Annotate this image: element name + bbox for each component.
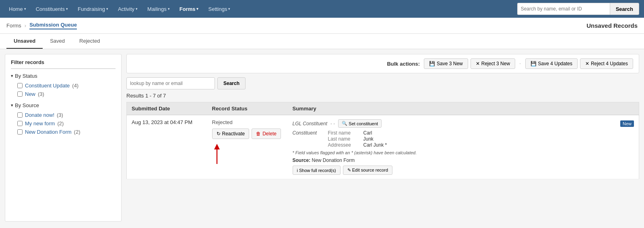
filter-status-arrow: ▾ [11, 73, 13, 79]
filter-title: Filter records [11, 59, 116, 69]
tabs-bar: Unsaved Saved Rejected [0, 34, 644, 49]
filter-item-constituent-update: Constituent Update (4) [11, 81, 116, 90]
field-row-firstname: First name Carl [328, 130, 387, 136]
nav-settings-chevron: ▾ [228, 7, 230, 11]
nav-constituents[interactable]: Constituents ▾ [32, 4, 72, 15]
top-search-input[interactable] [517, 3, 610, 15]
edit-source-record-button[interactable]: ✎ Edit source record [343, 166, 392, 175]
bottom-actions: i Show full record(s) ✎ Edit source reco… [293, 166, 634, 175]
nav-fundraising-label: Fundraising [78, 6, 105, 12]
nav-forms[interactable]: Forms ▾ [175, 4, 203, 15]
tab-rejected[interactable]: Rejected [72, 34, 107, 49]
filter-link-donate-now[interactable]: Donate now! [25, 112, 54, 118]
field-value-lastname: Junk [363, 136, 374, 142]
nav-mailings-label: Mailings [147, 6, 167, 12]
filter-link-new-donation-form[interactable]: New Donation Form [25, 129, 72, 135]
tab-saved[interactable]: Saved [43, 34, 72, 49]
nav-fundraising-chevron: ▾ [106, 7, 108, 11]
reactivate-icon: ↻ [217, 131, 221, 137]
nav-activity[interactable]: Activity ▾ [114, 4, 142, 15]
save-4-updates-button[interactable]: 💾 Save 4 Updates [525, 58, 578, 69]
breadcrumb-current[interactable]: Submission Queue [29, 22, 77, 29]
nav-constituents-chevron: ▾ [66, 7, 68, 11]
filter-link-my-new-form[interactable]: My new form [25, 120, 55, 126]
show-full-record-button[interactable]: i Show full record(s) [293, 166, 341, 175]
nav-settings[interactable]: Settings ▾ [204, 4, 234, 15]
lgl-dashes: - - [330, 121, 335, 126]
lookup-bar: Search [126, 77, 639, 89]
breadcrumb-left: Forms › Submission Queue [6, 22, 77, 29]
filter-link-new[interactable]: New [25, 91, 35, 97]
filter-by-source-header[interactable]: ▾ By Source [11, 102, 116, 108]
delete-label: Delete [262, 131, 277, 137]
nav-home[interactable]: Home ▾ [5, 4, 30, 15]
status-actions: ↻ Reactivate 🗑 Delete [212, 129, 283, 166]
save-4-updates-label: Save 4 Updates [538, 61, 572, 66]
filter-count-new: (3) [38, 91, 44, 97]
nav-activity-label: Activity [118, 6, 134, 12]
nav-mailings-chevron: ▾ [168, 7, 170, 11]
status-cell-content: Rejected ↻ Reactivate 🗑 Delete [212, 119, 283, 166]
field-row-lastname: Last name Junk [328, 136, 387, 142]
source-row: Source: New Donation Form [293, 158, 634, 163]
svg-marker-1 [214, 144, 220, 149]
breadcrumb-parent[interactable]: Forms [6, 23, 21, 29]
reactivate-button[interactable]: ↻ Reactivate [212, 129, 250, 139]
status-actions-row: ↻ Reactivate 🗑 Delete [212, 129, 281, 139]
summary-cell-content: LGL Constituent - - 🔍 Set constituent Ne… [293, 119, 634, 175]
red-arrow-svg [212, 144, 222, 164]
summary-cell: LGL Constituent - - 🔍 Set constituent Ne… [288, 115, 639, 179]
lgl-constituent-label: LGL Constituent [293, 121, 328, 126]
col-record-status: Record Status [207, 102, 288, 115]
reject-3-new-label: Reject 3 New [481, 61, 510, 66]
constituent-fields: First name Carl Last name Junk Addressee [328, 130, 387, 148]
breadcrumb-bar: Forms › Submission Queue Unsaved Records [0, 18, 644, 34]
constituent-fields-row: Constituent First name Carl Last name Ju… [293, 130, 634, 148]
results-count: Results 1 - 7 of 7 [126, 93, 639, 99]
records-table: Submitted Date Record Status Summary Aug… [126, 102, 639, 179]
filter-status-label: By Status [15, 73, 37, 79]
nav-fundraising[interactable]: Fundraising ▾ [74, 4, 112, 15]
col-submitted-date: Submitted Date [127, 102, 207, 115]
filter-checkbox-my-new-form[interactable] [17, 121, 23, 126]
filter-by-status-header[interactable]: ▾ By Status [11, 73, 116, 79]
filter-checkbox-donate-now[interactable] [17, 112, 23, 118]
save-3-new-label: Save 3 New [437, 61, 463, 66]
nav-forms-chevron: ▾ [196, 7, 198, 11]
submitted-date-cell: Aug 13, 2023 at 04:47 PM [127, 115, 207, 179]
field-name-firstname: First name [328, 130, 360, 136]
reject-3-new-icon: ✕ [476, 61, 480, 66]
set-constituent-label: Set constituent [349, 121, 378, 126]
save-3-new-button[interactable]: 💾 Save 3 New [424, 58, 468, 69]
arrow-indicator [212, 142, 222, 166]
filter-item-new-donation-form: New Donation Form (2) [11, 128, 116, 136]
nav-mailings[interactable]: Mailings ▾ [143, 4, 174, 15]
filter-checkbox-constituent-update[interactable] [17, 83, 23, 88]
tab-unsaved[interactable]: Unsaved [6, 34, 43, 49]
field-row-addressee: Addressee Carl Junk * [328, 142, 387, 148]
set-constituent-button[interactable]: 🔍 Set constituent [338, 119, 382, 128]
lookup-input[interactable] [126, 77, 215, 89]
nav-home-chevron: ▾ [24, 7, 26, 11]
delete-button[interactable]: 🗑 Delete [252, 129, 281, 139]
trash-icon: 🗑 [256, 131, 261, 137]
bulk-actions-label: Bulk actions: [387, 61, 420, 67]
lgl-constituent-row: LGL Constituent - - 🔍 Set constituent Ne… [293, 119, 634, 128]
reject-3-new-button[interactable]: ✕ Reject 3 New [471, 58, 515, 69]
filter-count-my-new-form: (2) [57, 120, 64, 126]
col-summary: Summary [288, 102, 639, 115]
reject-4-updates-button[interactable]: ✕ Reject 4 Updates [580, 58, 633, 69]
source-label: Source: [293, 158, 311, 163]
source-value: New Donation Form [312, 158, 355, 163]
filter-link-constituent-update[interactable]: Constituent Update [25, 83, 70, 89]
top-search-button[interactable]: Search [610, 3, 639, 15]
lookup-search-button[interactable]: Search [217, 77, 246, 89]
filter-count-donate-now: (3) [57, 112, 63, 118]
nav-forms-label: Forms [180, 6, 196, 12]
filter-checkbox-new[interactable] [17, 91, 23, 97]
record-status-cell: Rejected ↻ Reactivate 🗑 Delete [207, 115, 288, 179]
filter-count-constituent-update: (4) [72, 83, 78, 89]
nav-constituents-label: Constituents [36, 6, 65, 12]
filter-checkbox-new-donation-form[interactable] [17, 129, 23, 135]
breadcrumb-separator: › [25, 23, 26, 29]
